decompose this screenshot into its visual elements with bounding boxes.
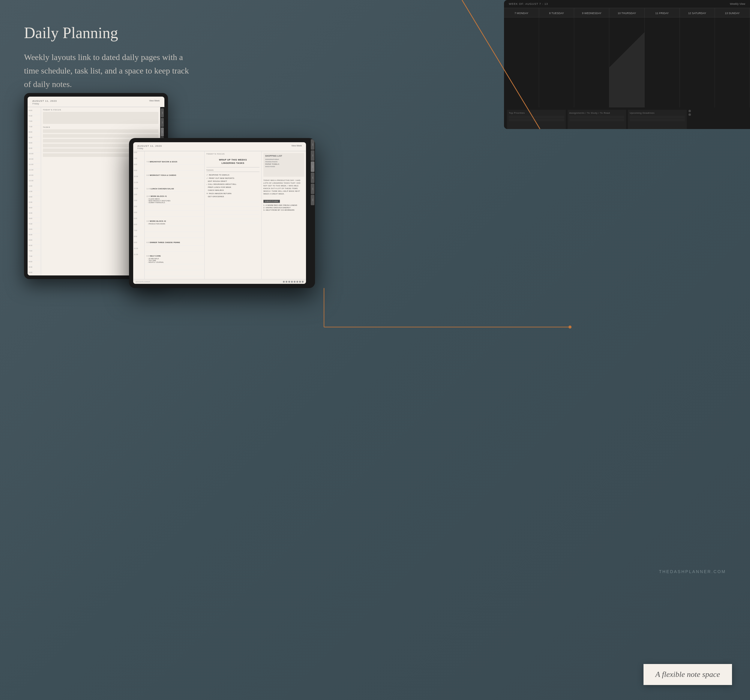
tab-nov-large[interactable]: NOV [311,195,314,205]
large-tablet: AUGUST 11, 2023 Friday View Week 6:00 7:… [129,138,315,288]
schedule-entry-empty10 [144,270,204,276]
shopping-item-1: COCONUT MILK [265,158,303,160]
task-print-reports: ✓ PRINT OUT NEW REPORTS [206,177,260,180]
large-tasks-label: TASKS [206,169,260,172]
gratitude-1: 1. A WARM BED AND FRESH LINENS [263,204,304,206]
top-priorities-section: Top Priorities [507,110,566,129]
top-priorities-label: Top Priorities [509,112,564,114]
schedule-entry-empty11 [144,276,204,279]
task-respond-text: RESPOND TO EMAILS [209,174,229,176]
weekly-cell-sun [715,17,750,108]
tab-sep-large[interactable]: SEP [311,172,314,183]
week-of-label: WEEK OF: AUGUST 7 - 13 [509,2,548,5]
task-call-insurance: › CALL INSURANCE ABOUT BILL [206,183,260,186]
task-respond-emails: ✓ RESPOND TO EMAILS [206,173,260,177]
small-day: Friday [32,102,57,105]
shopping-item-2: PENNE PASTA [265,160,303,163]
weekly-tablet: WEEK OF: AUGUST 7 - 13 Weekly View 7 MON… [504,0,750,129]
task-check-mailbox: CHECK MAILBOX [206,189,260,192]
day-col-fri: 11 FRIDAY [645,8,680,17]
large-toolbar-dot-6 [297,281,298,283]
day-col-mon: 7 MONDAY [504,8,539,17]
large-focus-content: WRAP UP THIS WEEKS LINGERING TASKS [206,156,260,168]
task-pack-amazon: ✕ PACK AMAZON RETURN [206,192,260,195]
large-toolbar-dot-1 [283,281,285,283]
task-prep-lunch: PREP LUNCH FOR WEEK [206,186,260,189]
small-focus-label: TODAY'S FOCUS [43,109,158,111]
weekly-cell-tue [539,17,574,108]
large-view-week: View Week [291,145,302,147]
upcoming-deadlines-section: Upcoming Deadlines [628,110,687,129]
schedule-entry-empty9 [144,264,204,270]
branding-text: THEDASHPLANNER.COM [659,569,726,574]
left-text-section: Daily Planning Weekly layouts link to da… [24,24,192,91]
day-col-tue: 8 TUESDAY [539,8,574,17]
large-toolbar-dot-3 [288,281,290,283]
page-title: Daily Planning [24,24,192,42]
tab-2023-small[interactable]: 2023 [161,108,164,117]
upcoming-deadlines-label: Upcoming Deadlines [630,112,685,114]
page-description: Weekly layouts link to dated daily pages… [24,51,192,91]
small-time-col: 6:00 6:30 7:00 7:30 8:00 8:30 9:00 9:30 … [28,107,41,275]
task-edit-draft: EDIT ROUGH DRAFT [206,180,260,183]
assignments-label: Assignments / To Study / To Read [569,112,625,114]
large-focus-label: TODAY'S FOCUS [206,153,260,155]
tab-oct-large[interactable]: OCT [311,184,314,194]
large-toolbar-dot-8 [302,281,304,283]
focus-text-line1: WRAP UP THIS WEEKS [207,158,258,162]
weekly-view-label: Weekly View [730,2,745,5]
check-icon-2: ✓ [206,177,208,179]
weekly-cell-thu [609,17,644,108]
note-space-box: A flexible note space [644,664,732,685]
schedule-entry-empty3 [144,178,204,184]
task-get-groceries: GET GROCERIES [206,195,260,198]
x-icon: ✕ [206,192,208,194]
day-col-sun: 13 SUNDAY [715,8,750,17]
gratitude-3: 3. HELP FROM MY CO-WORKERS [263,209,304,211]
small-date: AUGUST 11, 2023 [32,100,57,102]
day-col-wed: 9 WEDNESDAY [574,8,609,17]
large-toolbar-dot-2 [286,281,287,283]
schedule-entry-empty6 [144,226,204,232]
schedule-entry-breakfast: 7:00 BREAKFAST BACON & EGGS [144,157,204,165]
tab-aug-small[interactable]: AUG [161,128,164,137]
day-col-sat: 12 SATURDAY [680,8,715,17]
large-schedule: 7:00 BREAKFAST BACON & EGGS 9:00 WORKOUT… [144,151,204,279]
small-focus-section: TODAY'S FOCUS [43,109,158,124]
tab-jul-small[interactable]: JUL [161,118,164,127]
notes-content: TODAY WAS A PRODUCTIVE DAY. I HAD LOTS O… [263,179,304,195]
assignments-section: Assignments / To Study / To Read [568,110,626,129]
large-tablet-body: 6:00 7:00 8:00 9:00 10:00 11:00 12:00 1:… [133,151,306,279]
tab-2023-large[interactable]: 2023 [311,139,314,150]
task-prep-text: PREP LUNCH FOR WEEK [208,186,231,188]
small-tasks-label: TASKS [43,126,158,128]
tab-aug-large[interactable]: AUG [311,162,314,172]
large-toolbar-dot-4 [291,281,293,283]
large-toolbar: @DASHPLANNER [133,279,306,284]
shopping-title: SHOPPING LIST [265,155,303,157]
schedule-entry-selfcare: 8:00 SELF-CARE - 20 MIN WALK - TEA TIME … [144,251,204,264]
shopping-item-3: PAPER TOWELS [265,163,303,165]
schedule-entry-lunch: 11:00 LUNCH CHICKEN SALAD [144,184,204,192]
weekly-cell-fri [645,17,680,108]
large-brand: @DASHPLANNER [135,281,150,283]
arrow-icon: › [206,183,207,185]
weekly-header: WEEK OF: AUGUST 7 - 13 Weekly View [504,0,750,8]
large-right-tabs: 2023 JUL AUG SEP OCT NOV [310,138,315,288]
large-right-col: SHOPPING LIST COCONUT MILK PENNE PASTA P… [261,151,306,279]
check-icon-3 [206,180,207,182]
schedule-entry-workblock2: 3:00 WORK BLOCK #2 - PRODUCTION WORK [144,217,204,226]
small-focus-box [43,112,158,124]
large-time-col: 6:00 7:00 8:00 9:00 10:00 11:00 12:00 1:… [133,151,144,279]
small-view-week: View Week [149,100,160,102]
gratitude-2: 2. HAVING ENOUGH ENERGY [263,206,304,209]
tab-jul-large[interactable]: JUL [311,150,314,161]
schedule-entry-dinner: 6:00 DINNER THREE CHEESE PENNE [144,238,204,245]
schedule-entry-empty2 [144,165,204,171]
shopping-list-section: SHOPPING LIST COCONUT MILK PENNE PASTA P… [263,153,304,177]
large-tablet-inner: AUGUST 11, 2023 Friday View Week 6:00 7:… [133,142,306,284]
large-toolbar-dot-5 [294,281,295,283]
task-print-text: PRINT OUT NEW REPORTS [209,177,234,179]
schedule-entry-empty8 [144,245,204,251]
task-mailbox-text: CHECK MAILBOX [208,189,224,191]
